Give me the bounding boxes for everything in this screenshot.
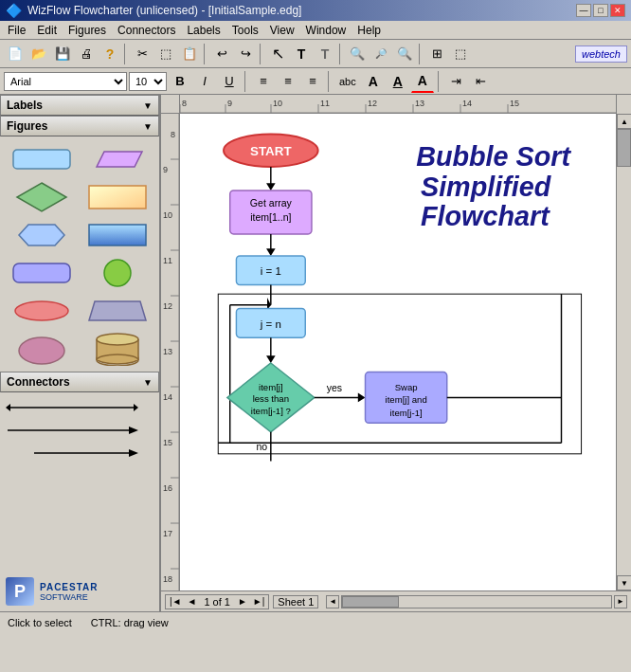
maximize-button[interactable]: □: [593, 4, 608, 17]
vertical-scrollbar[interactable]: ▲ ▼: [616, 114, 631, 590]
text-button1[interactable]: T: [290, 43, 313, 65]
text-border-button[interactable]: A: [411, 70, 434, 93]
menu-figures[interactable]: Figures: [63, 22, 112, 39]
svg-marker-9: [89, 301, 146, 320]
new-button[interactable]: 📄: [4, 43, 27, 65]
ruler-row: 8 9 10 11 12 13 14 15: [161, 95, 631, 114]
scroll-track[interactable]: [617, 129, 631, 575]
scroll-thumb[interactable]: [617, 129, 631, 167]
options-button[interactable]: ⬚: [449, 43, 472, 65]
sep6: [244, 71, 248, 92]
menu-connectors[interactable]: Connectors: [112, 22, 181, 39]
align-left-button[interactable]: ≡: [252, 70, 275, 93]
connectors-panel: [0, 392, 159, 468]
svg-text:Flowchart: Flowchart: [421, 201, 550, 231]
text-color-button[interactable]: A: [362, 70, 385, 93]
connector-arrow-right[interactable]: [6, 421, 153, 440]
menu-tools[interactable]: Tools: [226, 22, 264, 39]
figures-header[interactable]: Figures ▼: [0, 116, 159, 136]
font-size-dropdown[interactable]: 101214: [129, 72, 167, 91]
shape-parallelogram[interactable]: [81, 142, 153, 176]
menu-labels[interactable]: Labels: [181, 22, 225, 39]
title-bar: 🔷 WizFlow Flowcharter (unlicensed) - [In…: [0, 0, 631, 21]
sep3: [260, 44, 263, 64]
zoom-in-button[interactable]: 🔍: [346, 43, 369, 65]
labels-header[interactable]: Labels ▼: [0, 95, 159, 116]
zoom-fit-button[interactable]: 🔍: [393, 43, 416, 65]
shape-rect-rounded-blue[interactable]: [6, 256, 78, 290]
svg-marker-18: [6, 404, 10, 411]
shape-oval-red[interactable]: [6, 294, 78, 328]
figures-panel: [0, 136, 159, 372]
scroll-down-button[interactable]: ▼: [617, 575, 631, 590]
redo-button[interactable]: ↪: [234, 43, 257, 65]
paste-button[interactable]: 📋: [178, 43, 201, 65]
shape-hexagon[interactable]: [6, 218, 78, 252]
svg-point-8: [15, 301, 68, 320]
toolbar-main: 📄 📂 💾 🖨 ? ✂ ⬚ 📋 ↩ ↪ ↖ T T 🔍 🔎 🔍 ⊞ ⬚ webt…: [0, 40, 631, 68]
menu-file[interactable]: File: [2, 22, 31, 39]
figures-title: Figures: [7, 119, 47, 133]
shape-circle[interactable]: [81, 256, 153, 290]
hscroll-left-button[interactable]: ◄: [326, 595, 339, 608]
svg-text:12: 12: [163, 301, 172, 311]
underline-button[interactable]: U: [218, 70, 241, 93]
cut-button[interactable]: ✂: [131, 43, 153, 65]
font-dropdown[interactable]: Arial: [4, 72, 127, 91]
figures-arrow: ▼: [143, 121, 153, 132]
bold-button[interactable]: B: [169, 70, 191, 93]
menu-edit[interactable]: Edit: [31, 22, 63, 39]
svg-text:9: 9: [227, 99, 232, 108]
shape-diamond[interactable]: [6, 180, 78, 214]
shape-complex[interactable]: [6, 332, 78, 366]
shape-cylinder[interactable]: [81, 332, 153, 366]
copy-button[interactable]: ⬚: [154, 43, 177, 65]
select-button[interactable]: ↖: [266, 43, 289, 65]
outdent-button[interactable]: ⇤: [470, 70, 493, 93]
print-button[interactable]: 🖨: [75, 43, 98, 65]
nav-first-button[interactable]: |◄: [168, 596, 184, 607]
hscroll-right-button[interactable]: ►: [614, 595, 627, 608]
text-button2[interactable]: T: [314, 43, 336, 65]
scroll-up-button[interactable]: ▲: [617, 114, 631, 129]
svg-text:yes: yes: [327, 382, 342, 393]
nav-next-button[interactable]: ►: [236, 596, 249, 607]
diagram-canvas[interactable]: Bubble Sort Simplified Flowchart START G…: [180, 114, 616, 590]
shape-rect-blue[interactable]: [81, 218, 153, 252]
connectors-arrow: ▼: [143, 377, 153, 388]
grid-button[interactable]: ⊞: [425, 43, 448, 65]
logo-icon: P: [6, 577, 34, 606]
shape-rounded-rect[interactable]: [6, 142, 78, 176]
hscroll-thumb[interactable]: [342, 596, 399, 608]
help-button[interactable]: ?: [99, 43, 121, 65]
hscroll-track[interactable]: [341, 595, 612, 608]
click-hint: Click to select: [8, 617, 72, 628]
connector-arrow-right-2[interactable]: [6, 444, 153, 463]
svg-rect-6: [13, 263, 70, 282]
svg-text:less than: less than: [253, 393, 289, 404]
open-button[interactable]: 📂: [27, 43, 50, 65]
align-right-button[interactable]: ≡: [301, 70, 324, 93]
connectors-header[interactable]: Connectors ▼: [0, 372, 159, 392]
text-bg-button[interactable]: A: [387, 70, 409, 93]
shape-trapezoid[interactable]: [81, 294, 153, 328]
svg-text:13: 13: [415, 99, 424, 108]
undo-button[interactable]: ↩: [210, 43, 233, 65]
shape-rect-gradient[interactable]: [81, 180, 153, 214]
save-button[interactable]: 💾: [51, 43, 74, 65]
svg-text:Get array: Get array: [250, 197, 293, 209]
svg-text:item[j-1] ?: item[j-1] ?: [251, 406, 291, 416]
connector-arrow-both[interactable]: [6, 398, 153, 417]
align-center-button[interactable]: ≡: [277, 70, 299, 93]
nav-last-button[interactable]: ►|: [251, 596, 267, 607]
italic-button[interactable]: I: [193, 70, 216, 93]
nav-prev-button[interactable]: ◄: [186, 596, 199, 607]
menu-window[interactable]: Window: [300, 22, 352, 39]
close-button[interactable]: ✕: [610, 4, 625, 17]
svg-text:i = 1: i = 1: [261, 265, 281, 277]
menu-view[interactable]: View: [264, 22, 300, 39]
indent-button[interactable]: ⇥: [445, 70, 468, 93]
menu-help[interactable]: Help: [352, 22, 387, 39]
minimize-button[interactable]: —: [576, 4, 591, 17]
zoom-out-button[interactable]: 🔎: [370, 43, 392, 65]
